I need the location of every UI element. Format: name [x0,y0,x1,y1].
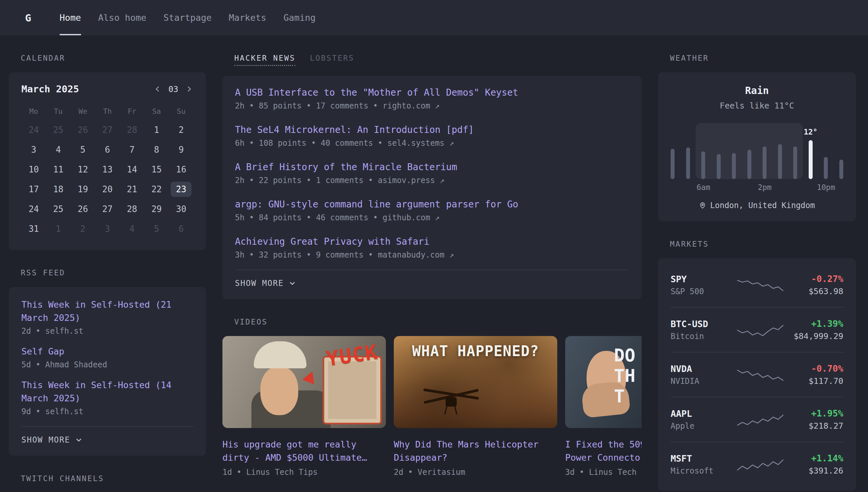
nav-tab-home[interactable]: Home [60,0,81,35]
market-symbol[interactable]: NVDA [670,364,733,374]
rss-item-title[interactable]: This Week in Self-Hosted (14 March 2025) [21,378,193,405]
calendar-day[interactable]: 1 [144,120,169,140]
market-symbol[interactable]: AAPL [670,409,733,419]
weather-bar-current [809,140,813,179]
rss-item-title[interactable]: Self Gap [21,345,193,358]
news-item-title[interactable]: A USB Interface to the "Mother of All De… [235,87,629,98]
calendar-day[interactable]: 14 [120,159,144,179]
calendar-day[interactable]: 20 [95,179,120,199]
video-thumbnail[interactable]: DO TH T [565,336,641,428]
calendar-day[interactable]: 17 [21,179,46,199]
nav-tab-also-home[interactable]: Also home [98,0,146,35]
calendar-day[interactable]: 28 [120,120,144,140]
calendar-day[interactable]: 4 [46,140,71,159]
rss-item-title[interactable]: This Week in Self-Hosted (21 March 2025) [21,298,193,324]
nav-tab-gaming[interactable]: Gaming [283,0,316,35]
calendar-controls: 03 [153,84,193,94]
calendar-day-number: 27 [97,201,117,217]
calendar-day[interactable]: 27 [95,120,120,140]
news-item-title[interactable]: Achieving Great Privacy with Safari [235,236,629,247]
calendar-day[interactable]: 25 [46,199,71,219]
calendar-day-number: 28 [122,201,142,217]
calendar-day-number: 7 [124,142,140,157]
calendar-day[interactable]: 15 [144,159,169,179]
market-sparkline [733,367,787,383]
market-row-msft[interactable]: MSFTMicrosoft+1.14%$391.26 [670,442,843,486]
nav-tab-startpage[interactable]: Startpage [163,0,212,35]
calendar-day[interactable]: 6 [169,219,193,239]
calendar-day[interactable]: 16 [169,159,193,179]
video-title[interactable]: I Fixed the 5090's Melting Power Connect… [565,438,641,464]
news-item-title[interactable]: argp: GNU-style command line argument pa… [235,199,629,210]
calendar-weekday-label: Su [169,104,193,120]
market-info: NVDANVIDIA [670,364,733,386]
calendar-day[interactable]: 2 [169,120,193,140]
chevron-left-icon[interactable] [153,85,162,93]
calendar-day[interactable]: 5 [144,219,169,239]
calendar-day[interactable]: 3 [95,219,120,239]
calendar-day[interactable]: 31 [21,219,46,239]
calendar-day[interactable]: 22 [144,179,169,199]
market-symbol[interactable]: SPY [670,274,733,284]
calendar-day[interactable]: 1 [46,219,71,239]
weather-bar [717,154,721,179]
calendar-day-number: 3 [26,142,42,157]
calendar-day[interactable]: 26 [71,199,95,219]
news-item-title[interactable]: A Brief History of the Miracle Bacterium [235,162,629,172]
calendar-day-number: 24 [23,201,44,217]
calendar-day[interactable]: 9 [169,140,193,159]
calendar-day[interactable]: 3 [21,140,46,159]
calendar-day[interactable]: 5 [71,140,95,159]
calendar-day[interactable]: 2 [71,219,95,239]
weather-bar-slot [732,153,736,179]
news-tab-lobsters[interactable]: LOBSTERS [310,54,354,66]
calendar-day-number: 28 [122,122,142,138]
video-title[interactable]: His upgrade got me really dirty - AMD $5… [222,438,386,464]
calendar-weekday-label: Mo [21,104,46,120]
market-row-spy[interactable]: SPYS&P 500-0.27%$563.98 [670,263,843,307]
calendar-day[interactable]: 4 [120,219,144,239]
calendar-day[interactable]: 6 [95,140,120,159]
calendar-day[interactable]: 11 [46,159,71,179]
calendar-day[interactable]: 8 [144,140,169,159]
rss-show-more-button[interactable]: SHOW MORE [21,426,193,444]
calendar-day[interactable]: 25 [46,120,71,140]
calendar-day[interactable]: 10 [21,159,46,179]
calendar-day[interactable]: 30 [169,199,193,219]
news-item: argp: GNU-style command line argument pa… [235,199,629,222]
nav-tab-markets[interactable]: Markets [229,0,266,35]
chevron-right-icon[interactable] [185,85,193,93]
calendar-day[interactable]: 28 [120,199,144,219]
news-item-title[interactable]: The SeL4 Microkernel: An Introduction [p… [235,124,629,135]
news-show-more-button[interactable]: SHOW MORE [235,269,629,288]
market-row-aapl[interactable]: AAPLApple+1.95%$218.27 [670,397,843,442]
video-thumbnail[interactable]: YUCK [222,336,386,428]
calendar-day[interactable]: 19 [71,179,95,199]
calendar-day-number: 3 [100,221,115,237]
calendar-day[interactable]: 18 [46,179,71,199]
market-symbol[interactable]: BTC-USD [670,319,733,329]
calendar-day[interactable]: 24 [21,120,46,140]
market-row-btc-usd[interactable]: BTC-USDBitcoin+1.39%$84,999.29 [670,307,843,352]
news-tab-hacker-news[interactable]: HACKER NEWS [234,54,295,66]
calendar-day[interactable]: 27 [95,199,120,219]
weather-bar [670,149,675,179]
market-row-nvda[interactable]: NVDANVIDIA-0.70%$117.70 [670,352,843,397]
weather-bar-slot [824,157,828,179]
market-symbol[interactable]: MSFT [670,453,733,464]
calendar-day[interactable]: 7 [120,140,144,159]
calendar-day[interactable]: 26 [71,120,95,140]
calendar-day-number: 12 [73,162,93,177]
calendar-day-today[interactable]: 23 [169,179,193,199]
calendar-day[interactable]: 24 [21,199,46,219]
calendar-day[interactable]: 12 [71,159,95,179]
calendar-day[interactable]: 21 [120,179,144,199]
video-thumbnail[interactable]: WHAT HAPPENED? [394,336,557,428]
right-column: WEATHER Rain Feels like 11°C 12° 6am2pm1… [658,35,856,492]
app-logo[interactable]: G [25,12,31,24]
calendar-day[interactable]: 13 [95,159,120,179]
video-title[interactable]: Why Did The Mars Helicopter Disappear? [394,438,557,464]
calendar-day[interactable]: 29 [144,199,169,219]
news-item-meta: 5h • 84 points • 46 comments • github.co… [235,213,629,222]
calendar-card: March 2025 03 MoTuWeThFrSaSu242526272812… [9,72,206,250]
